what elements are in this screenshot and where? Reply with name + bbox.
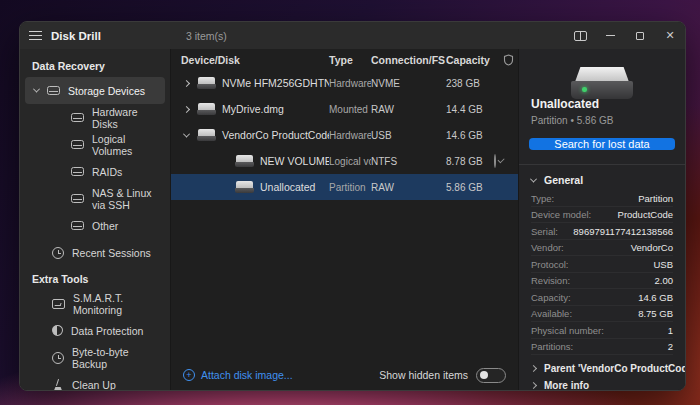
- book-icon: [574, 31, 587, 41]
- selected-device-subtitle: Partition • 5.86 GB: [519, 111, 685, 126]
- list-footer: + Attach disk image... Show hidden items: [171, 360, 518, 390]
- history-icon: [52, 247, 64, 259]
- device-name: VendorCo ProductCode US...: [222, 129, 329, 141]
- knowledge-base-button[interactable]: [565, 22, 595, 49]
- sidebar-section-header: Data Recovery: [20, 53, 170, 77]
- property-row: Available:8.75 GB: [531, 306, 673, 323]
- property-row: Partitions:2: [531, 339, 673, 356]
- sidebar-item-label: S.M.A.R.T. Monitoring: [73, 292, 165, 316]
- show-hidden-group: Show hidden items: [379, 368, 506, 383]
- table-row[interactable]: NEW VOLUME (F:) Logical vol... NTFS 8.78…: [171, 148, 518, 174]
- device-capacity: 8.78 GB: [446, 156, 494, 167]
- close-button[interactable]: ✕: [655, 22, 685, 49]
- table-row-selected[interactable]: Unallocated Partition RAW 5.86 GB: [171, 174, 518, 200]
- table-row[interactable]: NVMe HFM256GDHTNG-8... Hardware... NVME …: [171, 70, 518, 96]
- chevron-down-icon: [530, 175, 537, 182]
- sidebar-item-logical-volumes[interactable]: Logical Volumes: [25, 131, 165, 158]
- general-properties: Type:Partition Device model:ProductCode …: [519, 190, 685, 355]
- window-content: Data Recovery Storage Devices Hardware D…: [20, 49, 685, 390]
- drive-icon: [197, 103, 216, 115]
- minimize-button[interactable]: [595, 22, 625, 49]
- sidebar-item-byte-backup[interactable]: Byte-to-byte Backup: [25, 344, 165, 371]
- collapse-chevron[interactable]: [181, 133, 191, 138]
- titlebar: Disk Drill 3 item(s) ✕: [20, 22, 685, 49]
- drive-icon: [71, 167, 84, 176]
- sidebar-item-recent-sessions[interactable]: Recent Sessions: [25, 239, 165, 266]
- drive-icon: [235, 155, 254, 167]
- sidebar-item-raids[interactable]: RAIDs: [25, 158, 165, 185]
- table-row[interactable]: MyDrive.dmg Mounted I... RAW 14.4 GB: [171, 96, 518, 122]
- drive-icon: [197, 129, 216, 141]
- broom-icon: [52, 379, 64, 391]
- device-type: Hardware...: [329, 78, 371, 89]
- device-capacity: 14.4 GB: [446, 104, 494, 115]
- sidebar-item-clean-up[interactable]: Clean Up: [25, 371, 165, 390]
- chevron-down-icon: [182, 130, 189, 137]
- property-row: Serial:8969791177412138566: [531, 223, 673, 240]
- sidebar-item-label: RAIDs: [92, 166, 122, 178]
- more-info-link[interactable]: More info: [519, 373, 685, 390]
- sidebar-item-smart-monitoring[interactable]: S.M.A.R.T. Monitoring: [25, 290, 165, 317]
- property-row: Capacity:14.6 GB: [531, 289, 673, 306]
- col-device-disk[interactable]: Device/Disk: [171, 54, 329, 66]
- property-row: Revision:2.00: [531, 273, 673, 290]
- attach-disk-image-link[interactable]: + Attach disk image...: [183, 369, 293, 381]
- sidebar-item-nas-linux-ssh[interactable]: NAS & Linux via SSH: [25, 185, 165, 212]
- device-capacity: 14.6 GB: [446, 130, 494, 141]
- device-fs: RAW: [371, 104, 446, 115]
- property-row: Protocol:USB: [531, 256, 673, 273]
- drive-icon: [71, 194, 84, 203]
- sidebar: Data Recovery Storage Devices Hardware D…: [20, 49, 170, 390]
- col-health: [494, 54, 522, 66]
- maximize-button[interactable]: [625, 22, 655, 49]
- show-hidden-toggle[interactable]: [476, 368, 506, 383]
- chevron-right-icon: [530, 382, 537, 389]
- minimize-icon: [606, 35, 615, 36]
- sidebar-item-other[interactable]: Other: [25, 212, 165, 239]
- parent-device-link[interactable]: Parent 'VendorCo ProductCode US...: [519, 355, 685, 372]
- drive-icon: [71, 221, 84, 230]
- drive-icon: [71, 140, 84, 149]
- device-capacity: 238 GB: [446, 78, 494, 89]
- expand-chevron[interactable]: [181, 81, 191, 86]
- device-fs: NVME: [371, 78, 446, 89]
- sidebar-item-label: Storage Devices: [68, 85, 145, 97]
- drive-icon: [71, 113, 84, 122]
- property-row: Vendor:VendorCo: [531, 240, 673, 257]
- sidebar-item-label: Clean Up: [72, 379, 116, 391]
- table-row[interactable]: VendorCo ProductCode US... Hardware... U…: [171, 122, 518, 148]
- check-circle-icon: [494, 154, 496, 168]
- search-lost-data-button[interactable]: Search for lost data: [529, 138, 675, 150]
- titlebar-left: Disk Drill: [20, 22, 170, 49]
- sidebar-item-label: Other: [92, 220, 118, 232]
- device-type: Logical vol...: [329, 156, 371, 167]
- disk-drill-window: Disk Drill 3 item(s) ✕ Data Recovery Sto…: [19, 21, 686, 391]
- hamburger-menu-icon[interactable]: [29, 31, 42, 40]
- sidebar-item-storage-devices[interactable]: Storage Devices: [25, 77, 165, 104]
- drive-illustration: [571, 67, 633, 83]
- show-hidden-label: Show hidden items: [379, 369, 468, 381]
- sidebar-item-label: Data Protection: [71, 325, 143, 337]
- sidebar-item-hardware-disks[interactable]: Hardware Disks: [25, 104, 165, 131]
- device-type: Mounted I...: [329, 104, 371, 115]
- col-connection-fs[interactable]: Connection/FS ↓: [371, 54, 446, 66]
- col-capacity[interactable]: Capacity: [446, 54, 494, 66]
- col-type[interactable]: Type: [329, 54, 371, 66]
- device-fs: RAW: [371, 182, 446, 193]
- device-name: NEW VOLUME (F:): [260, 155, 329, 167]
- sidebar-item-label: NAS & Linux via SSH: [92, 187, 165, 211]
- sidebar-item-label: Recent Sessions: [72, 247, 151, 259]
- expand-chevron[interactable]: [181, 107, 191, 112]
- details-panel: Unallocated Partition • 5.86 GB Search f…: [519, 49, 685, 390]
- general-section-header[interactable]: General: [519, 164, 685, 190]
- plus-circle-icon: +: [183, 369, 195, 381]
- chevron-down-icon: [33, 86, 40, 93]
- sidebar-item-label: Hardware Disks: [92, 106, 165, 130]
- window-controls: ✕: [565, 22, 685, 49]
- sidebar-item-data-protection[interactable]: Data Protection: [25, 317, 165, 344]
- sidebar-section-header: Extra Tools: [20, 266, 170, 290]
- drive-icon: [197, 77, 216, 89]
- device-list: Device/Disk Type Connection/FS ↓ Capacit…: [170, 49, 519, 390]
- device-name: NVMe HFM256GDHTNG-8...: [222, 77, 329, 89]
- device-capacity: 5.86 GB: [446, 182, 494, 193]
